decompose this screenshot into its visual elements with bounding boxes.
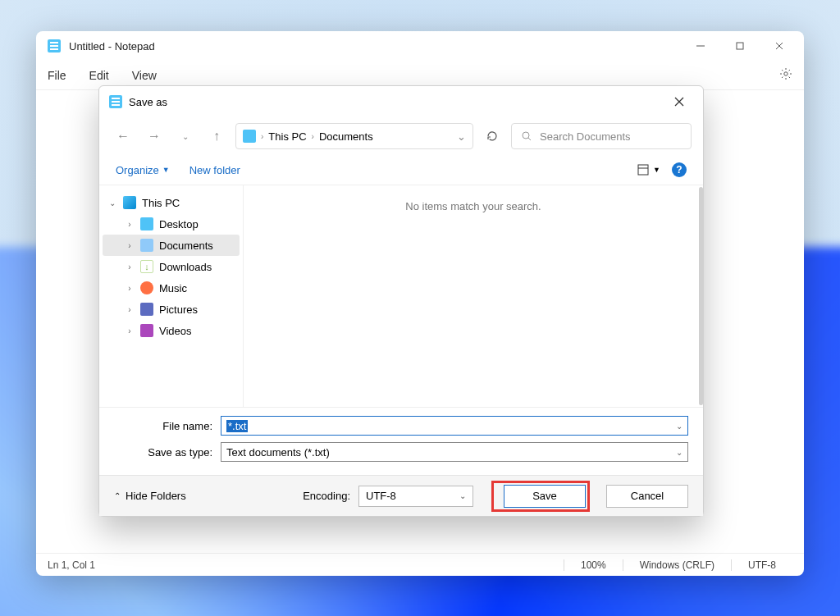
- downloads-icon: ↓: [140, 260, 153, 273]
- save-as-dialog: Save as ← → ⌄ ↑ › This PC › Documents ⌄ …: [98, 85, 704, 517]
- sidebar: ⌄ This PC › Desktop › Documents › ↓ Down…: [99, 185, 244, 407]
- minimize-button[interactable]: [682, 34, 719, 58]
- new-folder-button[interactable]: New folder: [189, 164, 240, 176]
- chevron-right-icon: ›: [125, 220, 135, 229]
- chevron-right-icon: ›: [125, 326, 135, 335]
- search-placeholder: Search Documents: [540, 130, 631, 143]
- nav-forward-icon[interactable]: →: [142, 124, 167, 148]
- dialog-titlebar: Save as: [99, 86, 703, 117]
- cancel-button[interactable]: Cancel: [606, 485, 688, 508]
- encoding-select[interactable]: UTF-8 ⌄: [358, 486, 473, 507]
- sidebar-item-this-pc[interactable]: ⌄ This PC: [103, 192, 240, 213]
- organize-button[interactable]: Organize ▼: [116, 164, 170, 176]
- chevron-right-icon: ›: [312, 132, 314, 141]
- chevron-right-icon: ›: [125, 262, 135, 271]
- chevron-down-icon[interactable]: ⌄: [676, 422, 682, 431]
- refresh-icon[interactable]: [480, 124, 504, 148]
- dialog-title: Save as: [129, 96, 167, 108]
- sidebar-item-documents[interactable]: › Documents: [103, 235, 240, 256]
- search-input[interactable]: Search Documents: [511, 123, 692, 149]
- filename-label: File name:: [114, 420, 221, 432]
- settings-gear-icon[interactable]: [779, 67, 792, 83]
- sidebar-item-music[interactable]: › Music: [103, 277, 240, 299]
- empty-message: No items match your search.: [405, 200, 541, 212]
- sidebar-item-desktop[interactable]: › Desktop: [103, 213, 240, 235]
- breadcrumb-pc-icon: [243, 130, 256, 143]
- dialog-close-button[interactable]: [665, 91, 693, 112]
- highlight-box: Save: [491, 481, 590, 512]
- documents-icon: [140, 239, 153, 252]
- svg-line-8: [528, 138, 531, 140]
- notepad-icon: [48, 39, 61, 52]
- statusbar: Ln 1, Col 1 100% Windows (CRLF) UTF-8: [36, 553, 804, 576]
- desktop-icon: [140, 217, 153, 230]
- sidebar-item-videos[interactable]: › Videos: [103, 320, 240, 341]
- nav-up-icon[interactable]: ↑: [204, 124, 229, 148]
- help-icon[interactable]: ?: [672, 162, 687, 177]
- status-eol: Windows (CRLF): [623, 559, 731, 571]
- breadcrumb-dropdown-icon[interactable]: ⌄: [457, 130, 466, 143]
- save-button[interactable]: Save: [504, 485, 586, 508]
- pictures-icon: [140, 303, 153, 316]
- chevron-down-icon[interactable]: ⌄: [676, 448, 682, 457]
- hide-folders-button[interactable]: ⌃ Hide Folders: [114, 490, 186, 502]
- maximize-button[interactable]: [722, 34, 758, 58]
- chevron-right-icon: ›: [125, 284, 135, 293]
- sidebar-item-pictures[interactable]: › Pictures: [103, 299, 240, 320]
- status-zoom: 100%: [564, 559, 623, 571]
- type-label: Save as type:: [114, 446, 221, 459]
- dialog-bottom: ⌃ Hide Folders Encoding: UTF-8 ⌄ Save Ca…: [99, 475, 703, 516]
- videos-icon: [140, 324, 153, 337]
- file-pane[interactable]: No items match your search.: [244, 185, 703, 407]
- search-icon: [520, 130, 533, 143]
- breadcrumb[interactable]: › This PC › Documents ⌄: [235, 123, 473, 149]
- dialog-nav: ← → ⌄ ↑ › This PC › Documents ⌄ Search D…: [99, 117, 703, 155]
- sidebar-item-downloads[interactable]: › ↓ Downloads: [103, 256, 240, 277]
- svg-rect-1: [737, 43, 743, 49]
- nav-back-icon[interactable]: ←: [111, 124, 135, 148]
- status-position: Ln 1, Col 1: [48, 559, 564, 571]
- nav-recent-icon[interactable]: ⌄: [173, 124, 198, 148]
- menu-view[interactable]: View: [132, 69, 157, 82]
- chevron-right-icon: ›: [125, 241, 135, 250]
- breadcrumb-current[interactable]: Documents: [319, 130, 373, 143]
- chevron-up-icon: ⌃: [114, 491, 121, 500]
- status-encoding: UTF-8: [731, 559, 792, 571]
- view-mode-button[interactable]: ▼: [637, 163, 660, 176]
- pc-icon: [123, 196, 136, 209]
- breadcrumb-root[interactable]: This PC: [268, 130, 306, 143]
- window-title: Untitled - Notepad: [69, 40, 682, 52]
- encoding-label: Encoding:: [303, 490, 350, 502]
- chevron-right-icon: ›: [125, 305, 135, 314]
- chevron-down-icon: ⌄: [107, 198, 117, 208]
- dialog-fields: File name: *.txt ⌄ Save as type: Text do…: [99, 408, 703, 475]
- type-select[interactable]: Text documents (*.txt) ⌄: [221, 442, 688, 462]
- svg-point-7: [523, 132, 529, 139]
- menu-edit[interactable]: Edit: [89, 69, 109, 82]
- menu-file[interactable]: File: [48, 69, 66, 82]
- titlebar: Untitled - Notepad: [36, 31, 804, 61]
- close-button[interactable]: [761, 34, 797, 58]
- svg-point-4: [784, 72, 788, 75]
- dialog-toolbar: Organize ▼ New folder ▼ ?: [99, 155, 703, 185]
- scrollbar[interactable]: [699, 187, 703, 405]
- music-icon: [140, 281, 153, 294]
- svg-rect-9: [638, 165, 648, 175]
- dialog-icon: [109, 95, 122, 108]
- chevron-down-icon: ⌄: [459, 491, 466, 500]
- filename-input[interactable]: *.txt ⌄: [221, 416, 688, 436]
- chevron-right-icon: ›: [261, 132, 263, 141]
